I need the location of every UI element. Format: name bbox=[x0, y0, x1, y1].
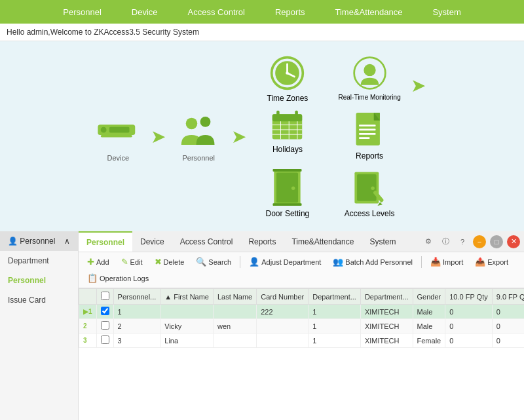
logs-label: Operation Logs bbox=[100, 275, 149, 282]
col-dept2[interactable]: Department... bbox=[360, 289, 413, 305]
welcome-text: Hello admin,Welcome to ZKAccess3.5 Secur… bbox=[7, 28, 199, 37]
diagram-area: Device ➤ Personnel ➤ bbox=[0, 41, 524, 231]
inner-nav-device[interactable]: Device bbox=[132, 231, 172, 252]
nav-access-control[interactable]: Access Control bbox=[183, 5, 250, 20]
cell-dept1: 1 bbox=[309, 319, 361, 334]
content-area: Personnel Device Access Control Reports … bbox=[79, 231, 524, 420]
cell-dept2: XIMITECH bbox=[360, 319, 413, 334]
device-label: Device bbox=[107, 154, 129, 162]
cell-firstname: Vicky bbox=[160, 319, 214, 334]
add-button[interactable]: ✚ Add bbox=[83, 255, 114, 269]
import-button[interactable]: 📥 Import bbox=[426, 255, 468, 269]
sidebar-item-department[interactable]: Department bbox=[0, 251, 78, 271]
edit-icon: ✎ bbox=[121, 257, 128, 267]
svg-point-12 bbox=[364, 64, 375, 75]
nav-reports[interactable]: Reports bbox=[270, 5, 310, 20]
reports-label: Reports bbox=[356, 151, 383, 161]
personnel-icon bbox=[176, 111, 221, 150]
cell-firstname: Lina bbox=[160, 334, 214, 348]
adjust-dept-button[interactable]: 👤 Adjust Department bbox=[244, 255, 326, 269]
separator-1 bbox=[240, 256, 240, 268]
close-btn[interactable]: ✕ bbox=[507, 235, 520, 248]
add-icon: ✚ bbox=[87, 257, 94, 267]
inner-navigation: Personnel Device Access Control Reports … bbox=[79, 231, 524, 252]
personnel-icon-box bbox=[176, 111, 221, 150]
cell-fp9: 0 bbox=[492, 334, 524, 348]
data-table: Personnel... ▲ First Name Last Name Card… bbox=[79, 288, 524, 420]
nav-time-attendance[interactable]: Time&Attendance bbox=[330, 5, 408, 20]
col-cardnumber[interactable]: Card Number bbox=[257, 289, 309, 305]
row-checkbox[interactable] bbox=[101, 335, 109, 344]
svg-point-1 bbox=[101, 127, 107, 133]
holidays-label: Holidays bbox=[272, 145, 303, 154]
cell-cardnumber bbox=[257, 319, 309, 334]
row-marker: ▶1 bbox=[79, 305, 97, 319]
svg-rect-34 bbox=[273, 203, 302, 206]
table-row[interactable]: ▶1 1 222 1 XIMITECH Male 0 0 0 0 bbox=[79, 305, 525, 319]
svg-rect-2 bbox=[109, 127, 130, 133]
col-id[interactable]: Personnel... bbox=[113, 289, 160, 305]
cell-gender: Female bbox=[413, 334, 445, 348]
export-icon: 📤 bbox=[475, 257, 485, 267]
timezones-icon bbox=[269, 55, 305, 91]
info-icon-btn[interactable]: ⓘ bbox=[439, 235, 452, 248]
toolbar: ✚ Add ✎ Edit ✖ Delete 🔍 Search 👤 Adjust … bbox=[79, 252, 524, 288]
inner-nav-system[interactable]: System bbox=[362, 231, 403, 252]
search-icon: 🔍 bbox=[196, 257, 206, 267]
row-checkbox[interactable] bbox=[101, 307, 109, 315]
nav-device[interactable]: Device bbox=[126, 5, 163, 20]
door-label: Door Setting bbox=[266, 209, 310, 218]
svg-rect-29 bbox=[359, 137, 369, 139]
table-row[interactable]: 3 3 Lina 1 XIMITECH Female 0 0 0 0 bbox=[79, 334, 525, 348]
col-fp9[interactable]: 9.0 FP Qty bbox=[492, 289, 524, 305]
col-marker bbox=[79, 289, 97, 305]
help-icon-btn[interactable]: ? bbox=[456, 235, 469, 248]
edit-button[interactable]: ✎ Edit bbox=[117, 255, 147, 269]
inner-nav-reports[interactable]: Reports bbox=[240, 231, 284, 252]
personnel-sidebar-label: Personnel bbox=[8, 276, 46, 285]
cell-gender: Male bbox=[413, 305, 445, 319]
table-body: ▶1 1 222 1 XIMITECH Male 0 0 0 0 2 2 Vic… bbox=[79, 305, 525, 348]
sidebar-item-issue-card[interactable]: Issue Card bbox=[0, 290, 78, 310]
inner-nav-personnel[interactable]: Personnel bbox=[79, 231, 132, 252]
row-checkbox[interactable] bbox=[101, 321, 109, 330]
holidays-icon bbox=[269, 109, 305, 142]
inner-nav-access-control[interactable]: Access Control bbox=[172, 231, 241, 252]
right-icons: Time Zones Real-Time Monitoring bbox=[256, 55, 400, 218]
col-dept1[interactable]: Department... bbox=[309, 289, 361, 305]
inner-nav-time-attendance[interactable]: Time&Attendance bbox=[284, 231, 362, 252]
svg-rect-33 bbox=[273, 168, 302, 171]
minimize-btn[interactable]: − bbox=[473, 235, 486, 248]
search-button[interactable]: 🔍 Search bbox=[191, 255, 236, 269]
svg-point-4 bbox=[186, 118, 198, 130]
arrow-2: ➤ bbox=[231, 126, 246, 147]
operation-logs-button[interactable]: 📋 Operation Logs bbox=[83, 271, 153, 285]
batch-add-button[interactable]: 👥 Batch Add Personnel bbox=[328, 255, 417, 269]
svg-rect-27 bbox=[359, 128, 375, 130]
personnel-table: Personnel... ▲ First Name Last Name Card… bbox=[79, 288, 524, 348]
delete-button[interactable]: ✖ Delete bbox=[150, 255, 189, 269]
col-firstname[interactable]: ▲ First Name bbox=[160, 289, 214, 305]
separator-2 bbox=[421, 256, 422, 268]
col-gender[interactable]: Gender bbox=[413, 289, 445, 305]
sidebar-section-personnel[interactable]: 👤 Personnel ∧ bbox=[0, 231, 78, 251]
table-row[interactable]: 2 2 Vicky wen 1 XIMITECH Male 0 0 0 0 bbox=[79, 319, 525, 334]
row-checkbox-cell[interactable] bbox=[96, 305, 113, 319]
row-checkbox-cell[interactable] bbox=[96, 334, 113, 348]
sidebar-collapse-icon: ∧ bbox=[64, 237, 70, 246]
diagram-timezones: Time Zones bbox=[256, 55, 318, 103]
cell-cardnumber bbox=[257, 334, 309, 348]
col-fp10[interactable]: 10.0 FP Qty bbox=[445, 289, 493, 305]
cell-firstname bbox=[160, 305, 214, 319]
export-button[interactable]: 📤 Export bbox=[470, 255, 513, 269]
maximize-btn[interactable]: □ bbox=[490, 235, 503, 248]
adjust-icon: 👤 bbox=[249, 257, 259, 267]
col-lastname[interactable]: Last Name bbox=[214, 289, 257, 305]
select-all-checkbox[interactable] bbox=[101, 292, 109, 300]
nav-personnel[interactable]: Personnel bbox=[58, 5, 107, 20]
nav-system[interactable]: System bbox=[427, 5, 466, 20]
row-checkbox-cell[interactable] bbox=[96, 319, 113, 334]
cell-fp9: 0 bbox=[492, 319, 524, 334]
settings-icon-btn[interactable]: ⚙ bbox=[422, 235, 435, 248]
sidebar-item-personnel[interactable]: Personnel bbox=[0, 271, 78, 290]
